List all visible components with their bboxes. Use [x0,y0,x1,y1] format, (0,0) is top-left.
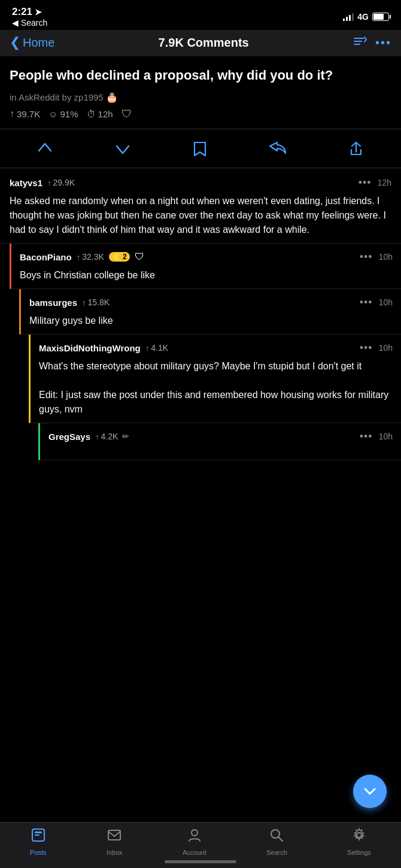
action-bar [0,129,401,168]
bookmark-button[interactable] [184,136,216,160]
comment-gregsays: GregSays ↑ 4.2K ✏ ••• 10h [38,423,401,460]
post-section: People who declined a proposal, why did … [0,56,401,129]
sort-icon[interactable] [353,35,367,50]
comment-right-bamsurges: ••• 10h [360,296,393,309]
comment-user-gregsays: GregSays ↑ 4.2K ✏ [48,432,129,442]
comment-right-katyvs1: ••• 12h [359,177,391,189]
tab-search[interactable]: Search [266,827,287,856]
home-button[interactable]: ❮ Home [10,35,54,50]
battery-icon [372,13,389,21]
search-icon [269,827,284,846]
network-label: 4G [357,12,369,22]
upvote-arrow-icon: ↑ [82,298,86,307]
status-time: 2:21 ➤ [12,6,47,18]
reply-button[interactable] [260,136,295,160]
comment-header-bamsurges: bamsurges ↑ 15.8K ••• 10h [29,296,393,309]
time-gregsays: 10h [379,432,393,441]
comment-header-baconpiano: BaconPiano ↑ 32.3K ⭐ 2 🛡 ••• 10h [20,251,393,263]
more-dots-bamsurges[interactable]: ••• [360,296,373,309]
status-left: 2:21 ➤ ◀ Search [12,6,47,28]
account-icon [187,827,202,846]
saved-icon-stat: 🛡 [121,108,132,120]
upvote-count: 39.7K [17,109,40,119]
tab-posts[interactable]: Posts [30,827,47,856]
clock-icon: ⏱ [87,109,96,119]
comment-body-baconpiano: Boys in Christian college be like [20,268,393,283]
downvote-button[interactable] [106,136,139,160]
post-username[interactable]: zp1995 [74,92,104,102]
percent-stat: ☺ 91% [48,109,78,119]
comment-header-gregsays: GregSays ↑ 4.2K ✏ ••• 10h [48,430,393,443]
score-value-maxis: 4.1K [151,343,168,353]
comment-user-bamsurges: bamsurges ↑ 15.8K [29,298,110,308]
share-button[interactable] [339,136,373,160]
comment-header-katyvs1: katyvs1 ↑ 29.9K ••• 12h [10,177,391,189]
comment-header-maxis: MaxisDidNothingWrong ↑ 4.1K ••• 10h [39,342,393,354]
nav-actions: ••• [353,35,391,50]
score-value-katyvs1: 29.9K [53,178,75,187]
svg-rect-4 [35,831,42,833]
more-dots-gregsays[interactable]: ••• [360,430,373,443]
more-dots-katyvs1[interactable]: ••• [359,177,372,189]
comment-user-baconpiano: BaconPiano ↑ 32.3K ⭐ 2 🛡 [20,251,144,262]
score-katyvs1: ↑ 29.9K [47,178,75,187]
more-dots-baconpiano[interactable]: ••• [360,251,373,263]
post-stats: ↑ 39.7K ☺ 91% ⏱ 12h 🛡 [10,108,391,120]
username-katyvs1[interactable]: katyvs1 [10,178,42,188]
username-maxis[interactable]: MaxisDidNothingWrong [39,343,141,353]
tab-settings-label: Settings [347,849,371,856]
comment-right-maxis: ••• 10h [360,342,393,354]
tab-inbox[interactable]: Inbox [107,827,123,856]
svg-rect-6 [108,830,120,840]
shield-badge-baconpiano: 🛡 [135,251,144,262]
nav-bar: ❮ Home 7.9K Comments ••• [0,30,401,56]
tab-inbox-label: Inbox [107,849,123,856]
comment-body-katyvs1: He asked me randomly when on a night out… [10,194,391,237]
nav-title: 7.9K Comments [159,36,249,50]
more-dots-maxis[interactable]: ••• [360,342,373,354]
post-subreddit[interactable]: AskReddit [19,92,59,102]
award-badge-baconpiano: ⭐ 2 [109,252,130,262]
post-title: People who declined a proposal, why did … [10,67,391,84]
edit-icon-gregsays: ✏ [122,432,129,441]
tab-account[interactable]: Account [183,827,206,856]
upvote-arrow-icon: ↑ [77,253,81,262]
more-icon[interactable]: ••• [375,36,391,50]
comment-right-baconpiano: ••• 10h [360,251,393,263]
comment-katyvs1: katyvs1 ↑ 29.9K ••• 12h He asked me rand… [0,168,401,244]
signal-bars [343,13,354,21]
upvote-stat: ↑ 39.7K [10,108,40,119]
time-katyvs1: 12h [378,178,391,187]
upvote-arrow-icon: ↑ [145,344,150,353]
username-baconpiano[interactable]: BaconPiano [20,252,72,262]
comment-baconpiano: BaconPiano ↑ 32.3K ⭐ 2 🛡 ••• 10h Boys in… [10,244,401,289]
time-stat: ⏱ 12h [87,109,113,119]
inbox-icon [107,827,122,846]
tab-account-label: Account [183,849,206,856]
scroll-down-fab[interactable] [353,775,387,808]
comments-section: katyvs1 ↑ 29.9K ••• 12h He asked me rand… [0,168,401,460]
score-bamsurges: ↑ 15.8K [82,298,110,307]
username-bamsurges[interactable]: bamsurges [29,298,77,308]
cake-icon: 🎂 [106,92,118,102]
upvote-arrow-icon: ↑ [47,178,51,187]
location-icon: ➤ [35,7,42,17]
upvote-icon: ↑ [10,108,14,119]
svg-point-10 [357,833,361,837]
upvote-arrow-icon: ↑ [95,432,99,441]
score-maxis: ↑ 4.1K [145,343,168,353]
time-bamsurges: 10h [379,298,393,307]
tab-settings[interactable]: Settings [347,827,371,856]
posts-icon [31,827,46,846]
tab-posts-label: Posts [30,849,47,856]
svg-point-7 [192,830,198,836]
status-back-label[interactable]: ◀ Search [12,18,47,28]
time-maxis: 10h [379,343,393,353]
username-gregsays[interactable]: GregSays [48,432,90,442]
shield-icon: 🛡 [121,108,132,120]
upvote-button[interactable] [28,136,62,160]
status-bar: 2:21 ➤ ◀ Search 4G [0,0,401,30]
tab-search-label: Search [266,849,287,856]
score-gregsays: ↑ 4.2K ✏ [95,432,129,441]
score-value-baconpiano: 32.3K [82,252,104,262]
